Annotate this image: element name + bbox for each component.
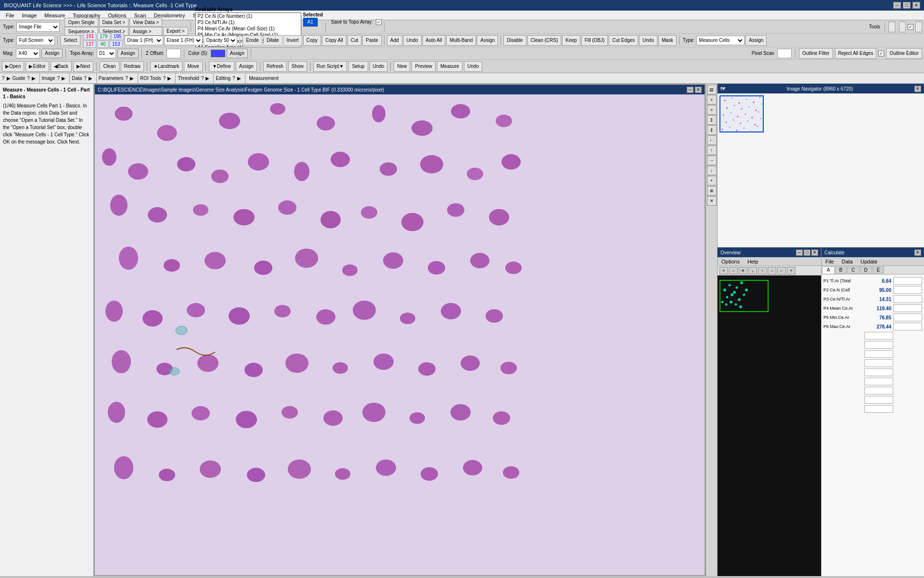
calc-input-11[interactable] bbox=[864, 378, 893, 385]
calc-tab-e[interactable]: E bbox=[873, 266, 885, 274]
question-mark3[interactable]: ? bbox=[57, 76, 60, 81]
ov-right-btn[interactable]: → bbox=[768, 267, 776, 275]
vt-left-btn[interactable]: ← bbox=[707, 135, 717, 145]
vt-up-btn[interactable]: ↑ bbox=[707, 145, 717, 155]
question-mark7[interactable]: ? bbox=[201, 76, 204, 81]
cut-button[interactable]: Cut bbox=[347, 35, 362, 46]
assign-data-button[interactable]: Assign > bbox=[129, 27, 162, 36]
maximize-button[interactable]: □ bbox=[903, 2, 911, 9]
add-button[interactable]: Add bbox=[387, 35, 402, 46]
back-btn[interactable]: ◀ Back bbox=[51, 61, 72, 72]
calc-tab-a[interactable]: A bbox=[822, 266, 834, 274]
open-single-button[interactable]: Open Single bbox=[64, 18, 98, 26]
show-btn[interactable]: Show bbox=[288, 61, 307, 72]
outline-filter-button[interactable] bbox=[888, 22, 895, 32]
vt-dbl-back-btn[interactable]: ⟪ bbox=[707, 125, 717, 135]
reject-all-edges-button[interactable] bbox=[899, 22, 906, 32]
redraw-btn[interactable]: Redraw bbox=[121, 61, 144, 72]
outline-filter-btn2[interactable]: Outline Filter bbox=[799, 48, 833, 59]
next-btn[interactable]: ▶ Next bbox=[73, 61, 94, 72]
nav-canvas[interactable] bbox=[718, 93, 924, 247]
open-btn[interactable]: ▶ Open bbox=[2, 61, 24, 72]
assign-mag-button[interactable]: Assign bbox=[41, 49, 63, 58]
calc-close-btn[interactable]: ✕ bbox=[914, 250, 921, 256]
assign-row2-button[interactable]: Assign bbox=[477, 35, 498, 46]
reject-check2[interactable]: ✓ bbox=[878, 51, 884, 56]
overview-min-btn[interactable]: ─ bbox=[796, 250, 803, 256]
calc-tab-c[interactable]: C bbox=[847, 266, 859, 274]
calc-menu-file[interactable]: File bbox=[823, 259, 836, 264]
calc-input-0[interactable] bbox=[893, 277, 922, 285]
vt-zoom-fit-btn[interactable]: ⊕ bbox=[707, 186, 717, 196]
draw1-select[interactable]: Draw 1 (FH) bbox=[125, 36, 163, 45]
calc-input-12[interactable] bbox=[864, 387, 893, 394]
calc-menu-update[interactable]: Update bbox=[859, 259, 879, 264]
type2-select[interactable]: Full Screen bbox=[16, 36, 55, 45]
question-mark4[interactable]: ? bbox=[84, 76, 87, 81]
data-set-button[interactable]: Data Set > bbox=[99, 18, 129, 26]
mag-select[interactable]: X40 bbox=[16, 49, 40, 58]
z-offset-input[interactable]: 0 bbox=[167, 49, 181, 58]
overview-menu-options[interactable]: Options bbox=[719, 259, 742, 264]
ov-plus-btn[interactable]: + bbox=[719, 267, 728, 275]
new-btn[interactable]: New bbox=[394, 61, 410, 72]
vt-dbl-forward-btn[interactable]: ⟫ bbox=[707, 115, 717, 125]
multi-band-button[interactable]: Multi-Band bbox=[446, 35, 476, 46]
minimize-button[interactable]: ─ bbox=[893, 2, 901, 9]
invert-button[interactable]: Invert bbox=[283, 35, 302, 46]
export-button[interactable]: Export > bbox=[163, 27, 188, 36]
calc-input-8[interactable] bbox=[864, 350, 893, 358]
copy-all-button[interactable]: Copy All bbox=[322, 35, 346, 46]
ov-down-btn[interactable]: ↓ bbox=[748, 267, 757, 275]
undo-row4-btn[interactable]: Undo bbox=[370, 61, 388, 72]
ov-left-btn[interactable]: ← bbox=[777, 267, 786, 275]
keep-button[interactable]: Keep bbox=[562, 35, 580, 46]
calc-input-13[interactable] bbox=[864, 396, 893, 404]
undo2-button[interactable]: Undo bbox=[639, 35, 657, 46]
array-item-1[interactable]: P3 Ce.N/Tl.Ar (1) bbox=[196, 19, 301, 26]
array-item-2[interactable]: P4 Mean Ce.Ar (Mean Cell Size) (1) bbox=[196, 26, 301, 32]
outline-editor-btn2[interactable]: Outline Editor bbox=[886, 48, 922, 59]
close-button[interactable]: ✕ bbox=[912, 2, 920, 9]
undo-row4-btn2[interactable]: Undo bbox=[464, 61, 482, 72]
image-close-btn[interactable]: ✕ bbox=[695, 87, 702, 93]
reject-all-edges-btn2[interactable]: Reject All Edges bbox=[835, 48, 877, 59]
paste-button[interactable]: Paste bbox=[362, 35, 382, 46]
assign-measure-button[interactable]: Assign bbox=[745, 35, 767, 46]
vt-zoom-in-btn[interactable]: + bbox=[707, 176, 717, 185]
vt-down-btn[interactable]: ↓ bbox=[707, 166, 717, 175]
image-canvas[interactable] bbox=[95, 94, 705, 575]
calc-input-1[interactable] bbox=[893, 286, 922, 294]
ov-plus2-btn[interactable]: + bbox=[787, 267, 796, 275]
save-topo-check[interactable]: ✓ bbox=[376, 19, 382, 25]
calc-input-14[interactable] bbox=[864, 405, 893, 413]
mask-button[interactable]: Mask bbox=[658, 35, 677, 46]
auto-all-button[interactable]: Auto All bbox=[423, 35, 446, 46]
calc-input-2[interactable] bbox=[893, 295, 922, 303]
overview-close-btn[interactable]: ✕ bbox=[811, 250, 818, 256]
undo-button[interactable]: Undo bbox=[403, 35, 422, 46]
refresh-btn[interactable]: Refresh bbox=[263, 61, 287, 72]
measure-btn[interactable]: Measure bbox=[437, 61, 462, 72]
overview-max-btn[interactable]: □ bbox=[804, 250, 810, 256]
calc-input-9[interactable] bbox=[864, 359, 893, 367]
question-mark2[interactable]: ? bbox=[27, 76, 30, 81]
vt-fast-forward-btn[interactable]: » bbox=[707, 105, 717, 115]
cut-edges-button[interactable]: Cut Edges bbox=[609, 35, 638, 46]
image-minimize-btn[interactable]: ─ bbox=[687, 87, 693, 93]
type-measure-select[interactable]: Measure Cells bbox=[696, 36, 744, 45]
landmark-btn[interactable]: ★ Landmark bbox=[150, 61, 182, 72]
reject-check[interactable]: ✓ bbox=[908, 24, 913, 30]
calc-input-7[interactable] bbox=[864, 341, 893, 349]
overview-canvas[interactable] bbox=[718, 276, 821, 576]
question-mark1[interactable]: ? bbox=[2, 76, 5, 81]
array-item-0[interactable]: P2 Ce.N (Ce Number) (1) bbox=[196, 13, 301, 19]
assign-row4-btn[interactable]: Assign bbox=[236, 61, 257, 72]
disable-button[interactable]: Disable bbox=[503, 35, 526, 46]
editor-btn[interactable]: ▶ Editor bbox=[26, 61, 49, 72]
ov-up-btn[interactable]: ↑ bbox=[758, 267, 767, 275]
outline-editor-button[interactable] bbox=[915, 22, 922, 32]
question-mark6[interactable]: ? bbox=[163, 76, 166, 81]
type-select[interactable]: Image File bbox=[16, 22, 60, 32]
copy-button[interactable]: Copy bbox=[303, 35, 321, 46]
